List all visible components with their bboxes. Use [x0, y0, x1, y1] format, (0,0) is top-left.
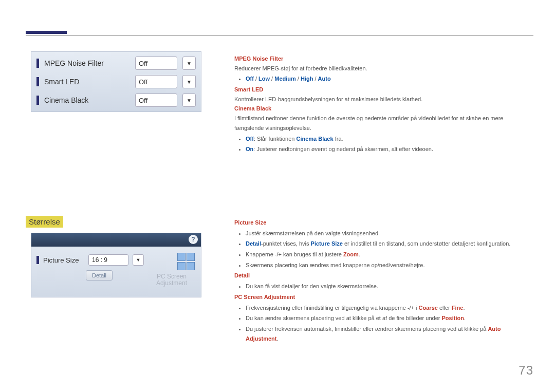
heading-picturesize: Picture Size	[234, 218, 532, 228]
osd-label: Smart LED	[44, 78, 130, 86]
opt-auto: Auto	[318, 76, 331, 82]
chevron-down-icon[interactable]: ▼	[182, 57, 196, 70]
body-mpeg: Reducerer MPEG-støj for at forbedre bill…	[234, 64, 532, 73]
accent-bar-icon	[36, 59, 39, 68]
osd-label: MPEG Noise Filter	[44, 59, 130, 67]
position-quad-icon[interactable]	[177, 253, 195, 270]
ps-li3: Knapperne -/+ kan bruges til at justere …	[246, 250, 532, 259]
header-rule	[26, 35, 533, 36]
chevron-down-icon[interactable]: ▼	[182, 75, 196, 88]
det-li1: Du kan få vist detaljer for den valgte s…	[246, 282, 532, 291]
help-icon[interactable]: ?	[189, 235, 198, 244]
accent-bar-icon	[36, 77, 39, 86]
heading-smartled: Smart LED	[234, 85, 532, 95]
osd-row-smartled: Smart LED Off ▼	[36, 74, 196, 89]
mpeg-options-list: Off / Low / Medium / High / Auto	[246, 74, 532, 84]
body-cinemablack: I filmtilstand nedtoner denne funktion d…	[234, 114, 532, 133]
heading-mpeg: MPEG Noise Filter	[234, 54, 532, 64]
psa-li3: Du justerer frekvensen automatisk, finin…	[246, 324, 532, 343]
osd-label: Cinema Black	[44, 96, 130, 104]
osd-row-mpeg: MPEG Noise Filter Off ▼	[36, 56, 196, 70]
osd-value-mpeg[interactable]: Off	[135, 57, 177, 70]
heading-cinemablack: Cinema Black	[234, 104, 532, 114]
header-accent-bar	[26, 31, 67, 34]
page-number: 73	[519, 363, 533, 378]
accent-bar-icon	[36, 96, 39, 105]
osd-value-cinemablack[interactable]: Off	[135, 94, 177, 107]
osd-panel-size: ? Picture Size 16 : 9 ▼ Detail PC Screen…	[31, 233, 201, 297]
osd-label: Picture Size	[43, 256, 84, 264]
osd-value-smartled[interactable]: Off	[135, 75, 177, 88]
accent-bar-icon	[36, 256, 39, 264]
ps-li4: Skærmens placering kan ændres med knappe…	[246, 260, 532, 270]
osd-row-cinemablack: Cinema Black Off ▼	[36, 93, 196, 107]
description-block-2: Picture Size Justér skærmstørrelsen på d…	[234, 218, 532, 344]
ps-li1: Justér skærmstørrelsen på den valgte vis…	[246, 229, 532, 238]
psa-li1: Frekvensjustering eller finindstilling e…	[246, 303, 532, 313]
osd-row-picsize: Picture Size 16 : 9 ▼	[36, 253, 196, 267]
heading-detail: Detail	[234, 271, 532, 281]
chevron-down-icon[interactable]: ▼	[133, 254, 144, 266]
osd-titlebar: ?	[31, 233, 201, 247]
opt-medium: Medium	[274, 76, 296, 82]
opt-low: Low	[258, 76, 270, 82]
pc-screen-adjustment-label: PC ScreenAdjustment	[149, 273, 195, 287]
opt-high: High	[301, 76, 313, 82]
section-title-size: Størrelse	[26, 216, 63, 228]
description-block-1: MPEG Noise Filter Reducerer MPEG-støj fo…	[234, 54, 532, 155]
cb-off-item: Off: Slår funktionen Cinema Black fra.	[246, 134, 532, 144]
opt-off: Off	[246, 76, 254, 82]
body-smartled: Kontrollerer LED-baggrundsbelysningen fo…	[234, 95, 532, 104]
osd-value-picsize[interactable]: 16 : 9	[88, 254, 128, 266]
heading-pcscreenadj: PC Screen Adjustment	[234, 292, 532, 302]
chevron-down-icon[interactable]: ▼	[182, 94, 196, 107]
psa-li2: Du kan ændre skærmens placering ved at k…	[246, 313, 532, 323]
ps-li2: Detail-punktet vises, hvis Picture Size …	[246, 239, 532, 249]
detail-button[interactable]: Detail	[86, 270, 113, 281]
osd-panel-noise: MPEG Noise Filter Off ▼ Smart LED Off ▼ …	[31, 51, 201, 112]
cb-on-item: On: Justerer nedtoningen øverst og neder…	[246, 144, 532, 154]
